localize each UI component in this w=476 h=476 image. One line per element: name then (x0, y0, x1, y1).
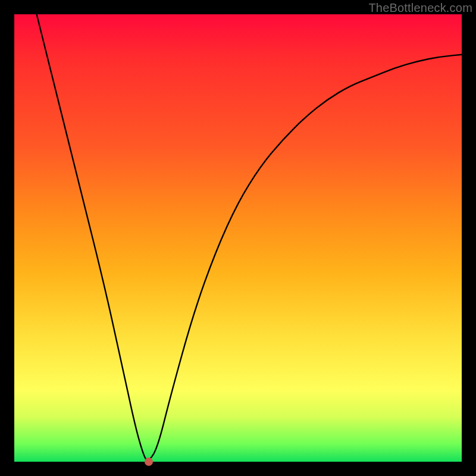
chart-frame (14, 14, 462, 462)
chart-curve (14, 14, 462, 462)
chart-marker-dot (145, 458, 153, 466)
curve-path (37, 14, 462, 460)
watermark-text: TheBottleneck.com (368, 1, 472, 15)
